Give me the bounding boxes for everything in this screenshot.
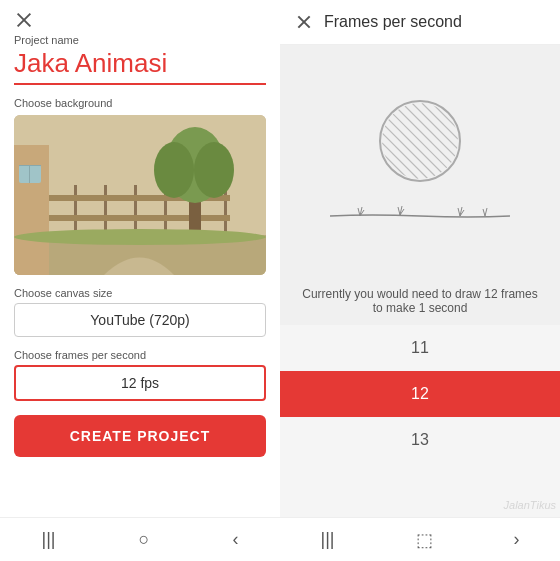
fps-header: Frames per second	[280, 0, 560, 45]
fps-preview-area	[280, 45, 560, 277]
svg-line-29	[382, 143, 418, 179]
fps-input[interactable]: 12 fps	[14, 365, 266, 401]
fps-input-value: 12 fps	[121, 375, 159, 391]
project-name-value[interactable]: Jaka Animasi	[14, 48, 266, 85]
fps-picker: 11 12 13	[280, 325, 560, 517]
svg-rect-15	[14, 145, 49, 275]
svg-line-33	[442, 103, 458, 119]
nav-home-icon[interactable]: ○	[139, 529, 150, 550]
left-panel: Project name Jaka Animasi Choose backgro…	[0, 0, 280, 561]
svg-line-22	[382, 103, 458, 179]
fps-item-12[interactable]: 12	[280, 371, 560, 417]
canvas-size-input[interactable]	[14, 303, 266, 337]
fps-label: Choose frames per second	[14, 349, 266, 361]
fps-animation	[320, 81, 520, 241]
project-name-label: Project name	[14, 34, 266, 46]
svg-point-14	[194, 142, 234, 198]
svg-line-30	[382, 153, 408, 179]
bottom-nav-right: ||| ⬚ ›	[280, 517, 560, 561]
svg-line-25	[412, 103, 458, 149]
fps-panel-title: Frames per second	[324, 13, 462, 31]
bottom-nav-left: ||| ○ ‹	[0, 517, 280, 561]
create-project-button[interactable]: CREATE PROJECT	[14, 415, 266, 457]
fps-item-13[interactable]: 13	[280, 417, 560, 463]
svg-point-13	[154, 142, 194, 198]
svg-point-19	[14, 229, 266, 245]
canvas-size-label: Choose canvas size	[14, 287, 266, 299]
svg-rect-18	[29, 165, 30, 183]
fps-close-button[interactable]	[294, 12, 314, 32]
svg-line-32	[432, 103, 458, 129]
nav-forward-icon[interactable]: ›	[513, 529, 519, 550]
svg-line-31	[422, 103, 458, 139]
background-preview[interactable]	[14, 115, 266, 275]
background-label: Choose background	[14, 97, 266, 109]
right-panel: Frames per second	[280, 0, 560, 561]
close-button[interactable]	[14, 10, 34, 30]
nav-menu-icon-right[interactable]: |||	[320, 529, 334, 550]
svg-rect-10	[42, 215, 230, 221]
svg-line-28	[382, 133, 428, 179]
fps-item-11[interactable]: 11	[280, 325, 560, 371]
fps-description: Currently you would need to draw 12 fram…	[280, 277, 560, 325]
nav-back-icon[interactable]: ‹	[232, 529, 238, 550]
nav-menu-icon[interactable]: |||	[42, 529, 56, 550]
nav-frame-icon[interactable]: ⬚	[416, 529, 433, 551]
